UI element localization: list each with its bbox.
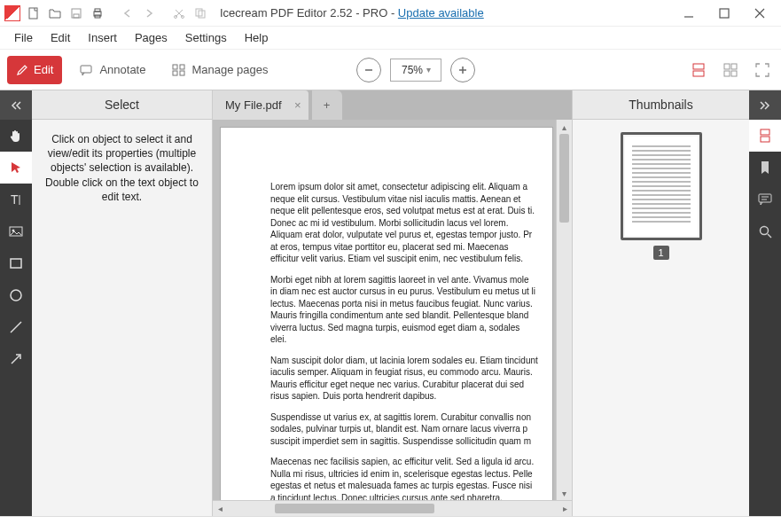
menubar: File Edit Insert Pages Settings Help: [0, 27, 781, 50]
horizontal-scrollbar[interactable]: ◂ ▸: [213, 500, 572, 516]
menu-file[interactable]: File: [5, 29, 42, 46]
menu-help[interactable]: Help: [236, 29, 277, 46]
undo-icon[interactable]: [119, 4, 137, 22]
save-icon[interactable]: [67, 4, 85, 22]
menu-insert[interactable]: Insert: [79, 29, 126, 46]
left-panel-header: Select: [32, 90, 212, 120]
svg-rect-36: [759, 194, 771, 202]
left-panel-help-text: Click on object to select it and view/ed…: [32, 120, 212, 216]
doc-paragraph: Suspendisse ut varius ex, at sagittis lo…: [270, 411, 538, 448]
svg-point-39: [761, 227, 769, 235]
svg-rect-12: [81, 66, 91, 73]
annotate-button[interactable]: Annotate: [71, 56, 154, 84]
minimize-button[interactable]: [671, 1, 707, 26]
svg-rect-34: [761, 129, 769, 135]
manage-pages-button[interactable]: Manage pages: [163, 56, 277, 84]
select-tool-icon[interactable]: [0, 152, 32, 184]
thumbnail-page-number: 1: [653, 246, 669, 260]
thumbnails-view-icon[interactable]: [749, 120, 781, 152]
doc-paragraph: Morbi eget nibh at lorem sagittis laoree…: [270, 274, 538, 346]
page-layout-grid-icon[interactable]: [719, 59, 742, 82]
new-tab-button[interactable]: +: [312, 90, 342, 120]
search-icon[interactable]: [749, 215, 781, 247]
grid-icon: [172, 64, 186, 76]
new-file-icon[interactable]: [25, 4, 43, 22]
svg-rect-23: [731, 64, 737, 69]
svg-rect-14: [180, 65, 184, 69]
text-tool-icon[interactable]: T: [0, 184, 32, 215]
svg-rect-24: [724, 71, 730, 76]
thumbnail-preview: [625, 137, 698, 236]
scroll-down-arrow-icon[interactable]: ▾: [557, 486, 572, 500]
doc-paragraph: Lorem ipsum dolor sit amet, consectetur …: [270, 181, 538, 265]
arrow-tool-icon[interactable]: [0, 343, 32, 375]
svg-rect-15: [173, 71, 177, 75]
vertical-scroll-thumb[interactable]: [559, 134, 569, 223]
tab-close-icon[interactable]: ×: [294, 98, 301, 112]
app-title-text: Icecream PDF Editor 2.52 - PRO -: [220, 6, 398, 20]
zoom-level-select[interactable]: 75% ▾: [390, 59, 441, 82]
pdf-page[interactable]: Lorem ipsum dolor sit amet, consectetur …: [220, 127, 553, 500]
zoom-out-button[interactable]: [356, 58, 381, 82]
toolbar: Edit Annotate Manage pages 75% ▾: [0, 50, 781, 90]
page-layout-single-icon[interactable]: [687, 59, 710, 82]
annotate-icon: [80, 64, 94, 76]
line-tool-icon[interactable]: [0, 311, 32, 343]
page-thumbnail[interactable]: [621, 132, 702, 240]
svg-rect-13: [173, 65, 177, 69]
svg-rect-16: [180, 71, 184, 75]
annotate-label: Annotate: [99, 63, 145, 76]
doc-paragraph: Nam suscipit dolor diam, ut lacinia lore…: [270, 355, 538, 403]
vertical-scrollbar[interactable]: ▴ ▾: [556, 120, 572, 500]
window-title: Icecream PDF Editor 2.52 - PRO - Update …: [220, 6, 484, 20]
svg-rect-20: [693, 64, 704, 69]
thumbnails-header: Thumbnails: [573, 90, 749, 120]
hand-tool-icon[interactable]: [0, 120, 32, 152]
right-tool-stripe: [749, 90, 781, 516]
comments-icon[interactable]: [749, 184, 781, 215]
maximize-button[interactable]: [707, 1, 742, 26]
zoom-controls: 75% ▾: [356, 58, 475, 82]
doc-paragraph: Maecenas nec facilisis sapien, ac effici…: [270, 456, 538, 500]
svg-text:T: T: [11, 192, 19, 207]
svg-rect-0: [29, 8, 37, 19]
zoom-in-button[interactable]: [450, 58, 475, 82]
zoom-value: 75%: [402, 64, 423, 76]
edit-button[interactable]: Edit: [7, 56, 62, 84]
print-icon[interactable]: [89, 4, 106, 22]
fullscreen-icon[interactable]: [751, 59, 774, 82]
rectangle-tool-icon[interactable]: [0, 247, 32, 279]
circle-tool-icon[interactable]: [0, 279, 32, 311]
thumbnails-body: 1: [573, 120, 749, 516]
cut-icon[interactable]: [170, 4, 188, 22]
collapse-left-panel-button[interactable]: [0, 90, 32, 120]
scroll-right-arrow-icon[interactable]: ▸: [558, 501, 572, 516]
collapse-right-panel-button[interactable]: [749, 90, 781, 120]
thumbnails-panel: Thumbnails 1: [572, 90, 749, 516]
pencil-icon: [16, 64, 28, 76]
bookmarks-icon[interactable]: [749, 152, 781, 184]
open-file-icon[interactable]: [46, 4, 64, 22]
svg-rect-30: [11, 259, 21, 268]
menu-edit[interactable]: Edit: [42, 29, 79, 46]
document-scroll-area[interactable]: Lorem ipsum dolor sit amet, consectetur …: [213, 120, 556, 500]
menu-pages[interactable]: Pages: [126, 29, 176, 46]
manage-pages-label: Manage pages: [191, 63, 268, 76]
redo-icon[interactable]: [140, 4, 158, 22]
document-tab[interactable]: My File.pdf ×: [213, 90, 308, 120]
svg-line-32: [11, 322, 21, 332]
scroll-left-arrow-icon[interactable]: ◂: [213, 501, 227, 516]
menu-settings[interactable]: Settings: [176, 29, 236, 46]
chevron-down-icon: ▾: [426, 65, 431, 74]
svg-line-33: [12, 356, 20, 364]
scroll-up-arrow-icon[interactable]: ▴: [557, 120, 572, 134]
svg-rect-21: [693, 71, 704, 76]
copy-icon[interactable]: [191, 4, 209, 22]
image-tool-icon[interactable]: [0, 215, 32, 247]
svg-rect-2: [74, 14, 79, 18]
horizontal-scroll-thumb[interactable]: [275, 504, 434, 513]
svg-rect-11: [720, 9, 729, 18]
svg-rect-4: [95, 9, 100, 12]
update-link[interactable]: Update available: [398, 6, 484, 20]
close-button[interactable]: [742, 1, 777, 26]
